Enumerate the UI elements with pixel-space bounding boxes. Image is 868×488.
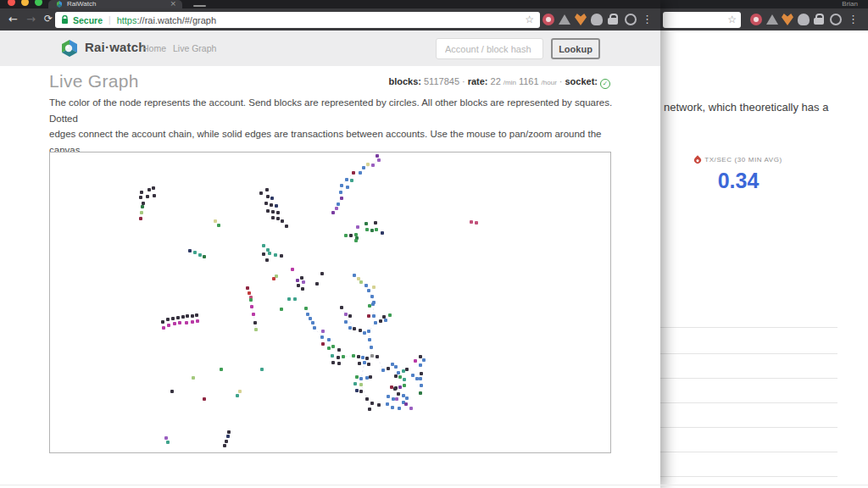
graph-node[interactable] — [359, 280, 363, 284]
zoom-window-button[interactable] — [35, 0, 42, 6]
graph-node[interactable] — [304, 307, 308, 310]
graph-node[interactable] — [291, 268, 294, 271]
graph-node[interactable] — [250, 305, 253, 308]
bookmark-star-icon[interactable]: ☆ — [525, 14, 534, 26]
graph-node[interactable] — [403, 378, 406, 381]
graph-node[interactable] — [331, 345, 335, 348]
graph-node[interactable] — [379, 319, 382, 323]
graph-node[interactable] — [227, 430, 231, 434]
graph-node[interactable] — [178, 321, 181, 324]
graph-node[interactable] — [220, 368, 223, 371]
ghost-icon[interactable] — [591, 14, 603, 25]
graph-node[interactable] — [345, 178, 348, 181]
info-icon[interactable] — [625, 14, 637, 25]
graph-node[interactable] — [370, 229, 374, 232]
graph-node[interactable] — [374, 321, 377, 324]
graph-node[interactable] — [268, 252, 271, 255]
graph-node[interactable] — [272, 277, 275, 280]
graph-node[interactable] — [276, 217, 280, 220]
live-graph-canvas[interactable] — [49, 152, 611, 453]
graph-node[interactable] — [246, 286, 249, 290]
graph-node[interactable] — [171, 317, 175, 320]
graph-node[interactable] — [335, 207, 338, 210]
graph-node[interactable] — [296, 279, 299, 282]
graph-node[interactable] — [411, 374, 415, 377]
graph-node[interactable] — [280, 308, 283, 311]
fox-icon[interactable] — [782, 14, 793, 25]
graph-node[interactable] — [188, 249, 192, 252]
graph-node[interactable] — [337, 348, 341, 352]
lookup-button[interactable]: Lookup — [551, 38, 600, 59]
graph-node[interactable] — [274, 253, 277, 257]
nav-live-graph[interactable]: Live Graph — [173, 43, 216, 53]
graph-node[interactable] — [381, 231, 384, 235]
graph-node[interactable] — [377, 403, 381, 407]
graph-node[interactable] — [320, 272, 324, 275]
graph-node[interactable] — [226, 435, 230, 438]
graph-node[interactable] — [419, 391, 422, 395]
graph-node[interactable] — [185, 321, 188, 324]
account-hash-input[interactable] — [436, 38, 543, 59]
graph-node[interactable] — [276, 211, 280, 214]
graph-node[interactable] — [353, 327, 356, 330]
graph-node[interactable] — [414, 359, 417, 363]
graph-node[interactable] — [331, 354, 334, 358]
graph-node[interactable] — [331, 361, 335, 364]
lock-icon[interactable] — [813, 14, 825, 25]
graph-node[interactable] — [301, 287, 304, 291]
graph-node[interactable] — [162, 326, 165, 330]
graph-node[interactable] — [353, 382, 357, 385]
graph-node[interactable] — [364, 222, 368, 225]
graph-node[interactable] — [223, 444, 226, 447]
graph-node[interactable] — [470, 220, 473, 224]
lock-icon[interactable] — [607, 14, 619, 25]
graph-node[interactable] — [344, 313, 348, 316]
back-button[interactable]: ← — [8, 8, 18, 30]
graph-node[interactable] — [398, 375, 402, 379]
graph-node[interactable] — [321, 330, 325, 333]
graph-node[interactable] — [281, 219, 284, 223]
graph-node[interactable] — [344, 234, 348, 237]
browser-tab[interactable]: RaiWatch × — [48, 0, 182, 8]
graph-node[interactable] — [166, 318, 170, 321]
graph-node[interactable] — [394, 374, 398, 378]
graph-node[interactable] — [364, 284, 368, 287]
graph-node[interactable] — [196, 319, 199, 323]
graph-node[interactable] — [309, 317, 312, 320]
info-icon[interactable] — [830, 14, 842, 25]
new-tab-button[interactable] — [193, 5, 206, 7]
graph-node[interactable] — [146, 195, 149, 198]
graph-node[interactable] — [260, 368, 264, 371]
nav-home[interactable]: Home — [142, 43, 166, 53]
graph-node[interactable] — [394, 365, 398, 369]
graph-node[interactable] — [191, 314, 194, 318]
graph-node[interactable] — [140, 211, 143, 214]
graph-node[interactable] — [161, 320, 164, 324]
graph-node[interactable] — [350, 179, 353, 182]
graph-node[interactable] — [238, 390, 242, 393]
graph-node[interactable] — [248, 291, 251, 295]
graph-node[interactable] — [249, 298, 253, 302]
graph-node[interactable] — [422, 358, 426, 362]
graph-node[interactable] — [340, 184, 343, 187]
graph-node[interactable] — [186, 314, 189, 318]
graph-node[interactable] — [359, 171, 362, 175]
graph-node[interactable] — [353, 274, 356, 277]
graph-node[interactable] — [217, 224, 220, 227]
triangle-icon[interactable] — [559, 14, 570, 25]
graph-node[interactable] — [368, 338, 371, 341]
graph-node[interactable] — [342, 355, 345, 358]
graph-node[interactable] — [337, 202, 340, 206]
graph-node[interactable] — [320, 336, 324, 339]
shield-icon[interactable] — [542, 14, 554, 25]
graph-node[interactable] — [287, 297, 291, 301]
graph-node[interactable] — [368, 408, 371, 411]
graph-node[interactable] — [166, 441, 170, 444]
graph-node[interactable] — [306, 313, 309, 316]
graph-node[interactable] — [391, 406, 394, 409]
graph-node[interactable] — [167, 324, 170, 327]
graph-node[interactable] — [271, 210, 275, 214]
graph-node[interactable] — [405, 396, 409, 400]
graph-node[interactable] — [262, 252, 265, 256]
graph-node[interactable] — [331, 211, 335, 214]
